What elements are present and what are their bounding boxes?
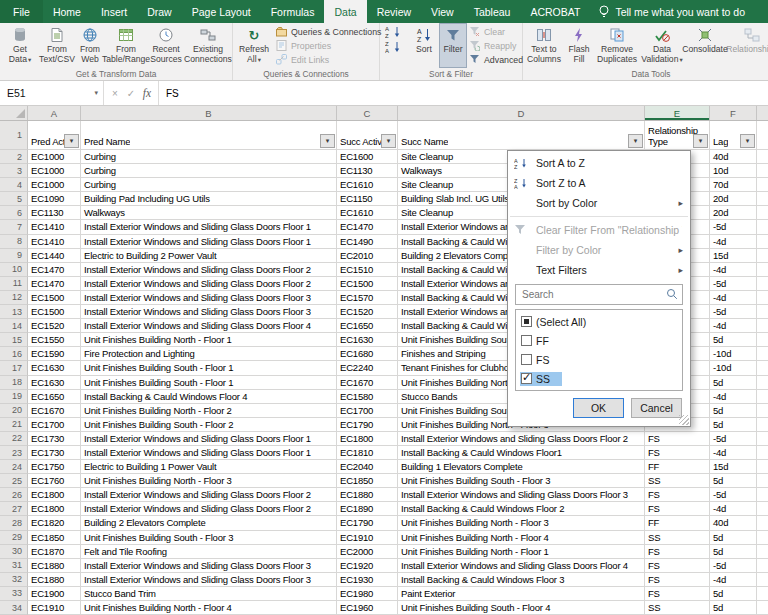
filter-value-item[interactable]: SS <box>517 369 681 388</box>
row-number-33[interactable]: 33 <box>0 587 28 601</box>
cell-c[interactable]: EC1800 <box>337 432 398 446</box>
cell-b[interactable]: Unit Finishes Building North - Floor 3 <box>81 474 337 488</box>
cell-f[interactable]: -5d <box>710 277 757 291</box>
row-number-26[interactable]: 26 <box>0 488 28 502</box>
filter-dropdown-button-b[interactable]: ▾ <box>320 134 335 148</box>
cell-a[interactable]: EC1800 <box>28 502 81 516</box>
cell-d[interactable]: Unit Finishes Building South - Floor 4 <box>398 601 645 615</box>
cell-c[interactable]: EC1470 <box>337 220 398 234</box>
cell-b[interactable]: Electric to Building 2 Power Vault <box>81 249 337 263</box>
cell-d[interactable]: Unit Finishes Building North - Floor 3 <box>398 516 645 530</box>
cell-f[interactable]: 20d <box>710 206 757 220</box>
cell-c[interactable]: EC1130 <box>337 164 398 178</box>
name-box[interactable]: E51 ▾ <box>0 81 104 105</box>
get-data-button[interactable]: Get Data▾ <box>1 23 39 68</box>
row-number-21[interactable]: 21 <box>0 418 28 432</box>
cell-c[interactable]: EC1520 <box>337 305 398 319</box>
cell-b[interactable]: Fire Protection and Lighting <box>81 347 337 361</box>
cell-c[interactable]: EC1670 <box>337 376 398 390</box>
row-number-2[interactable]: 2 <box>0 150 28 164</box>
existing-connections-button[interactable]: Existing Connections <box>185 23 231 68</box>
cell-a[interactable]: EC1750 <box>28 460 81 474</box>
cell-c[interactable]: EC1850 <box>337 474 398 488</box>
cell-b[interactable]: Felt and Tile Roofing <box>81 545 337 559</box>
row-number-10[interactable]: 10 <box>0 263 28 277</box>
column-header-A[interactable]: A <box>28 106 81 120</box>
row-number-1[interactable]: 1 <box>0 121 28 150</box>
cell-b[interactable]: Install Exterior Windows and Sliding Gla… <box>81 573 337 587</box>
cancel-button[interactable]: Cancel <box>631 398 682 418</box>
refresh-all-button[interactable]: ↻ Refresh All▾ <box>234 23 274 68</box>
row-number-5[interactable]: 5 <box>0 192 28 206</box>
filter-dropdown-button-e[interactable]: ▾ <box>693 134 708 148</box>
cell-a[interactable]: EC1650 <box>28 390 81 404</box>
cell-b[interactable]: Stucco Band Trim <box>81 587 337 601</box>
cell-b[interactable]: Install Exterior Windows and Sliding Gla… <box>81 432 337 446</box>
cell-f[interactable]: 5d <box>710 601 757 615</box>
cell-c[interactable]: EC1790 <box>337 418 398 432</box>
row-number-34[interactable]: 34 <box>0 601 28 615</box>
cell-c[interactable]: EC1890 <box>337 502 398 516</box>
cell-c[interactable]: EC1790 <box>337 516 398 530</box>
cell-b[interactable]: Install Exterior Windows and Sliding Gla… <box>81 235 337 249</box>
row-number-25[interactable]: 25 <box>0 474 28 488</box>
menu-item-sort-z-to-a[interactable]: ZA Sort Z to A <box>508 173 690 193</box>
cell-c[interactable]: EC1920 <box>337 559 398 573</box>
cell-f[interactable]: 15d <box>710 460 757 474</box>
cell-b[interactable]: Walkways <box>81 206 337 220</box>
tab-draw[interactable]: Draw <box>137 0 182 23</box>
header-cell-b[interactable]: Pred Name▾ <box>81 121 337 150</box>
cell-b[interactable]: Curbing <box>81 164 337 178</box>
cell-a[interactable]: EC1700 <box>28 418 81 432</box>
tab-tableau[interactable]: Tableau <box>464 0 521 23</box>
row-number-23[interactable]: 23 <box>0 446 28 460</box>
row-number-32[interactable]: 32 <box>0 573 28 587</box>
cell-f[interactable]: 10d <box>710 164 757 178</box>
cell-c[interactable]: EC2240 <box>337 361 398 375</box>
row-number-22[interactable]: 22 <box>0 432 28 446</box>
cell-b[interactable]: Install Backing & Cauld Windows Floor 4 <box>81 390 337 404</box>
cell-c[interactable]: EC1570 <box>337 291 398 305</box>
row-number-24[interactable]: 24 <box>0 460 28 474</box>
cell-a[interactable]: EC1900 <box>28 587 81 601</box>
formula-input[interactable]: FS <box>159 81 768 105</box>
header-cell-e[interactable]: Relationship Type▾ <box>645 121 710 150</box>
cell-a[interactable]: EC1550 <box>28 333 81 347</box>
cell-a[interactable]: EC1520 <box>28 319 81 333</box>
cell-c[interactable]: EC1630 <box>337 333 398 347</box>
tab-page-layout[interactable]: Page Layout <box>182 0 261 23</box>
cell-a[interactable]: EC1910 <box>28 601 81 615</box>
cell-f[interactable]: -4d <box>710 573 757 587</box>
resize-grip[interactable] <box>679 415 689 425</box>
cell-e[interactable]: FS <box>645 488 710 502</box>
cell-c[interactable]: EC1150 <box>337 192 398 206</box>
cell-a[interactable]: EC1630 <box>28 376 81 390</box>
header-cell-f[interactable]: Lag▾ <box>710 121 757 150</box>
cell-e[interactable]: FS <box>645 502 710 516</box>
cell-c[interactable]: EC1680 <box>337 347 398 361</box>
sort-ascending-button[interactable]: AZ <box>381 25 407 38</box>
cell-c[interactable]: EC1610 <box>337 206 398 220</box>
filter-dropdown-button-f[interactable]: ▾ <box>740 134 755 148</box>
tab-view[interactable]: View <box>421 0 464 23</box>
row-number-7[interactable]: 7 <box>0 220 28 234</box>
checkbox-fs[interactable] <box>521 354 532 365</box>
cell-b[interactable]: Building 2 Elevators Complete <box>81 516 337 530</box>
cell-f[interactable]: -10d <box>710 347 757 361</box>
cell-d[interactable]: Unit Finishes Building South - Floor 3 <box>398 474 645 488</box>
cell-b[interactable]: Install Exterior Windows and Sliding Gla… <box>81 319 337 333</box>
row-number-17[interactable]: 17 <box>0 361 28 375</box>
cell-b[interactable]: Electric to Building 1 Power Vault <box>81 460 337 474</box>
row-number-27[interactable]: 27 <box>0 502 28 516</box>
cell-f[interactable]: 70d <box>710 178 757 192</box>
cell-f[interactable]: 5d <box>710 404 757 418</box>
cell-f[interactable]: -4d <box>710 319 757 333</box>
cell-e[interactable]: FS <box>645 573 710 587</box>
filter-search-box[interactable] <box>515 284 683 305</box>
cell-d[interactable]: Unit Finishes Building North - Floor 1 <box>398 545 645 559</box>
cell-c[interactable]: EC1700 <box>337 404 398 418</box>
cell-b[interactable]: Install Exterior Windows and Sliding Gla… <box>81 263 337 277</box>
cell-a[interactable]: EC1500 <box>28 291 81 305</box>
cell-b[interactable]: Unit Finishes Building North - Floor 4 <box>81 601 337 615</box>
cell-a[interactable]: EC1470 <box>28 277 81 291</box>
